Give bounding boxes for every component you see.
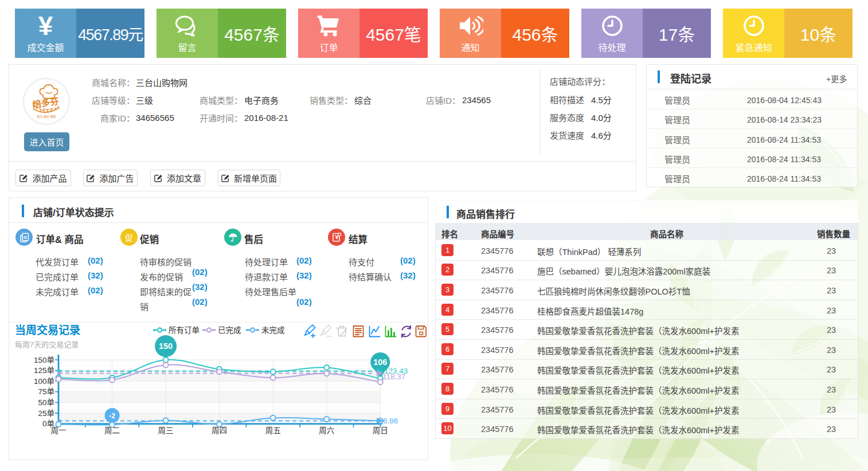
svg-text:周四: 周四	[212, 426, 227, 435]
svg-text:6.86: 6.86	[383, 417, 398, 425]
svg-text:118.37: 118.37	[382, 372, 405, 381]
svg-text:150: 150	[159, 342, 173, 351]
svg-text:周五: 周五	[265, 426, 281, 435]
svg-text:未完成: 未完成	[261, 326, 285, 335]
svg-text:面包·烘焙·蛋糕: 面包·烘焙·蛋糕	[37, 115, 56, 119]
svg-text:周日: 周日	[373, 426, 388, 435]
svg-text:25单: 25单	[38, 409, 54, 418]
svg-text:100单: 100单	[34, 377, 54, 386]
svg-text:125单: 125单	[34, 366, 54, 375]
svg-text:当周交易记录: 当周交易记录	[15, 324, 80, 336]
svg-text:-2: -2	[109, 412, 115, 420]
svg-text:每周7天的交易记录: 每周7天的交易记录	[15, 340, 79, 349]
svg-text:50单: 50单	[38, 398, 54, 407]
svg-text:周六: 周六	[319, 426, 334, 435]
svg-text:所有订单: 所有订单	[169, 326, 200, 335]
svg-text:150单: 150单	[34, 356, 54, 364]
svg-text:75单: 75单	[38, 387, 54, 396]
svg-text:已完成: 已完成	[218, 326, 241, 335]
svg-text:106: 106	[373, 358, 387, 367]
svg-text:周三: 周三	[158, 426, 174, 435]
svg-text:周一: 周一	[51, 426, 67, 435]
